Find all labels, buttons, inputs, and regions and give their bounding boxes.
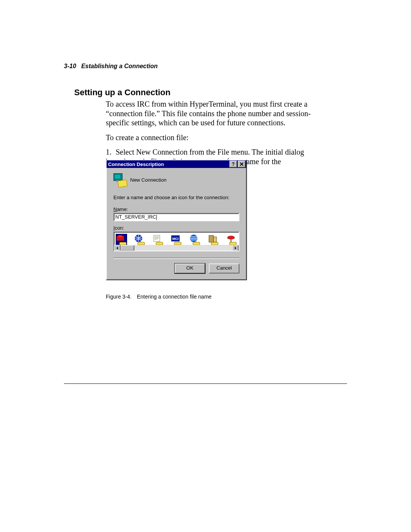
close-icon bbox=[240, 162, 244, 166]
scroll-thumb[interactable] bbox=[121, 245, 134, 251]
section-title: Establishing a Connection bbox=[81, 63, 158, 69]
svg-rect-6 bbox=[154, 235, 160, 241]
figure-caption: Figure 3-4.Entering a connection file na… bbox=[106, 294, 212, 300]
svg-rect-12 bbox=[193, 242, 200, 245]
svg-rect-3 bbox=[119, 242, 126, 245]
icon-option[interactable] bbox=[152, 234, 164, 246]
close-button[interactable] bbox=[238, 161, 245, 168]
separator bbox=[113, 257, 239, 259]
cancel-button[interactable]: Cancel bbox=[209, 264, 239, 273]
svg-point-16 bbox=[227, 236, 235, 240]
building-phone-icon bbox=[207, 235, 219, 245]
caption-text: Entering a connection file name bbox=[137, 294, 212, 300]
page-number: 3-10 bbox=[64, 63, 76, 69]
scroll-left-button[interactable] bbox=[114, 245, 121, 251]
section-heading: Setting up a Connection bbox=[74, 88, 170, 97]
red-phone-icon bbox=[116, 235, 127, 245]
icon-option[interactable] bbox=[226, 234, 237, 246]
name-input-value: NT_SERVER_IRC bbox=[115, 214, 156, 220]
connection-description-dialog: Connection Description ? New Connection bbox=[106, 160, 247, 280]
globe-phone-icon bbox=[134, 235, 145, 245]
scroll-right-button[interactable] bbox=[232, 245, 239, 251]
dialog-title: Connection Description bbox=[108, 161, 164, 167]
new-connection-label: New Connection bbox=[130, 177, 166, 183]
ok-button[interactable]: OK bbox=[175, 264, 205, 273]
satellite-phone-icon bbox=[226, 235, 237, 245]
icon-option[interactable]: MCI bbox=[170, 234, 182, 246]
svg-marker-18 bbox=[116, 247, 118, 249]
svg-rect-17 bbox=[229, 242, 236, 245]
icon-option[interactable] bbox=[207, 234, 219, 246]
page-header: 3-10 Establishing a Connection bbox=[64, 63, 158, 70]
caption-label: Figure 3-4. bbox=[106, 294, 132, 300]
new-connection-icon bbox=[113, 173, 126, 186]
att-phone-icon bbox=[189, 235, 201, 245]
icon-option[interactable] bbox=[134, 234, 145, 246]
svg-rect-15 bbox=[211, 242, 218, 245]
icon-label: Icon: bbox=[113, 225, 239, 231]
titlebar[interactable]: Connection Description ? bbox=[107, 160, 246, 168]
svg-marker-19 bbox=[235, 247, 236, 249]
mci-phone-icon: MCI bbox=[170, 235, 182, 245]
triangle-right-icon bbox=[234, 247, 237, 249]
scroll-track[interactable] bbox=[121, 245, 232, 251]
prompt-text: Enter a name and choose an icon for the … bbox=[113, 195, 239, 200]
text-caret bbox=[156, 215, 157, 220]
help-icon: ? bbox=[231, 162, 235, 166]
svg-rect-5 bbox=[138, 242, 145, 245]
triangle-left-icon bbox=[116, 247, 119, 249]
scroll-phone-icon bbox=[152, 235, 164, 245]
svg-rect-13 bbox=[209, 235, 213, 242]
help-button[interactable]: ? bbox=[229, 161, 237, 168]
icon-option[interactable] bbox=[189, 234, 201, 246]
svg-rect-2 bbox=[118, 235, 123, 237]
paragraph-1: To access IRC from within HyperTerminal,… bbox=[106, 99, 313, 128]
svg-text:MCI: MCI bbox=[172, 237, 179, 241]
icon-option[interactable] bbox=[116, 234, 127, 246]
name-label: Name: bbox=[113, 206, 239, 212]
svg-rect-14 bbox=[213, 237, 217, 242]
step-1-number: 1. bbox=[106, 147, 116, 157]
icon-scrollbar[interactable] bbox=[114, 245, 239, 251]
svg-rect-7 bbox=[156, 242, 163, 245]
icon-picker[interactable]: MCI bbox=[113, 232, 239, 251]
footer-rule bbox=[64, 383, 347, 384]
svg-text:?: ? bbox=[232, 162, 234, 166]
svg-rect-10 bbox=[174, 242, 181, 245]
name-input[interactable]: NT_SERVER_IRC bbox=[113, 213, 239, 221]
paragraph-2: To create a connection file: bbox=[106, 133, 313, 142]
